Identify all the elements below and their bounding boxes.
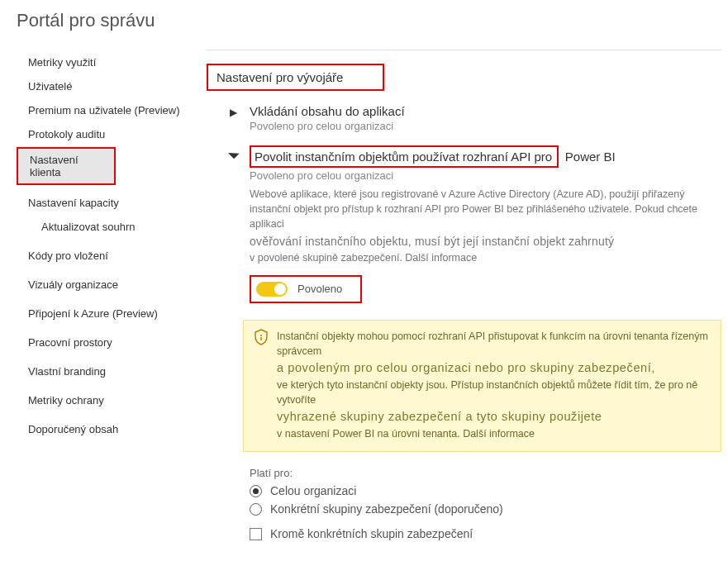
shield-icon — [254, 329, 269, 349]
sidebar-item-refresh-summary[interactable]: Aktualizovat souhrn — [17, 216, 207, 238]
setting-embed-content-title: Vkládání obsahu do aplikací — [250, 104, 405, 118]
description-text-2: v povolené skupině zabezpečení. Další in… — [250, 252, 477, 264]
chevron-right-icon: ▶ — [230, 107, 240, 118]
sidebar-item-azure-connections[interactable]: Připojení k Azure (Preview) — [17, 302, 207, 325]
svg-point-0 — [260, 335, 262, 336]
sidebar-item-tenant-settings[interactable]: Nastavení klienta — [17, 147, 116, 185]
radio-specific-groups[interactable]: Konkrétní skupiny zabezpečení (doporučen… — [250, 502, 721, 516]
warning-line-1: Instanční objekty mohou pomocí rozhraní … — [277, 329, 709, 359]
main-content: Nastavení pro vývojáře ▶ Vkládání obsahu… — [207, 46, 728, 561]
page-title: Portál pro správu — [0, 0, 728, 46]
setting-embed-content-status: Povoleno pro celou organizaci — [250, 120, 721, 132]
radio-icon — [250, 485, 262, 497]
toggle-enabled-label: Povoleno — [297, 283, 342, 295]
sidebar-item-org-visuals[interactable]: Vizuály organizace — [17, 273, 207, 296]
checkbox-icon — [250, 528, 262, 540]
sidebar-item-users[interactable]: Uživatelé — [17, 75, 207, 97]
description-emphasis: ověřování instančního objektu, musí být … — [250, 233, 721, 250]
sidebar-item-custom-branding[interactable]: Vlastní branding — [17, 360, 207, 383]
warning-box: Instanční objekty mohou pomocí rozhraní … — [243, 320, 721, 453]
radio-entire-org-label: Celou organizaci — [270, 484, 356, 497]
warning-line-big-2: vyhrazené skupiny zabezpečení a tyto sku… — [277, 408, 709, 426]
sidebar-item-usage-metrics[interactable]: Metriky využití — [17, 51, 207, 74]
toggle-enabled[interactable] — [256, 282, 288, 297]
sidebar-item-capacity-settings[interactable]: Nastavení kapacity — [17, 192, 207, 214]
divider — [207, 50, 721, 50]
setting-service-principal[interactable]: ◢ Povolit instančním objektům používat r… — [230, 145, 721, 168]
sidebar-item-workspaces[interactable]: Pracovní prostory — [17, 331, 207, 354]
radio-icon — [250, 503, 262, 516]
setting-service-principal-description: Webové aplikace, které jsou registrované… — [250, 187, 721, 265]
warning-line-3: v nastavení Power BI na úrovni tenanta. … — [277, 426, 709, 441]
sidebar-item-audit-logs[interactable]: Protokoly auditu — [17, 123, 207, 145]
description-text-1: Webové aplikace, které jsou registrované… — [250, 188, 697, 230]
setting-embed-content[interactable]: ▶ Vkládání obsahu do aplikací — [230, 104, 721, 118]
sidebar: Metriky využití Uživatelé Premium na uži… — [0, 46, 207, 561]
section-heading-developer-settings: Nastavení pro vývojáře — [207, 64, 384, 91]
sidebar-item-embed-codes[interactable]: Kódy pro vložení — [17, 245, 207, 267]
setting-service-principal-title: Povolit instančním objektům používat roz… — [250, 145, 559, 168]
radio-specific-groups-label: Konkrétní skupiny zabezpečení (doporučen… — [270, 502, 503, 516]
toggle-enabled-wrap: Povoleno — [250, 275, 362, 303]
warning-line-2: ve kterých tyto instanční objekty jsou. … — [277, 378, 709, 407]
sidebar-item-protection-metrics[interactable]: Metriky ochrany — [17, 389, 207, 411]
radio-entire-org[interactable]: Celou organizaci — [250, 484, 721, 497]
warning-line-big-1: a povoleným pro celou organizaci nebo pr… — [277, 359, 709, 377]
applies-to-section: Platí pro: Celou organizaci Konkrétní sk… — [250, 467, 721, 540]
applies-to-label: Platí pro: — [250, 467, 721, 479]
sidebar-item-premium-per-user[interactable]: Premium na uživatele (Preview) — [17, 99, 207, 121]
chevron-down-icon: ◢ — [226, 145, 242, 161]
checkbox-except-groups[interactable]: Kromě konkrétních skupin zabezpečení — [250, 527, 721, 540]
sidebar-item-featured-content[interactable]: Doporučený obsah — [17, 418, 207, 440]
setting-service-principal-title-suffix: Power BI — [565, 150, 616, 164]
checkbox-except-groups-label: Kromě konkrétních skupin zabezpečení — [270, 527, 473, 540]
setting-service-principal-status: Povoleno pro celou organizaci — [250, 169, 721, 182]
